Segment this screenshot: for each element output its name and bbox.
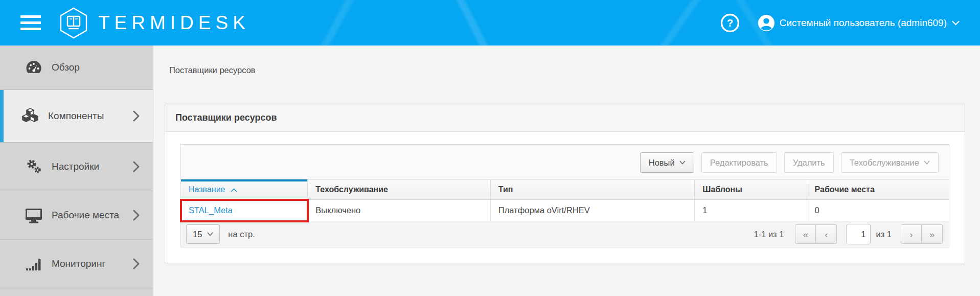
page-of-label: из 1 xyxy=(876,230,892,239)
chevron-down-icon xyxy=(952,20,960,26)
svg-text:?: ? xyxy=(727,17,733,29)
main-content: Поставщики ресурсов Поставщики ресурсов … xyxy=(153,45,980,296)
prev-page-button[interactable]: ‹ xyxy=(816,224,837,244)
column-header-maintenance[interactable]: Техобслуживание xyxy=(308,179,490,200)
cell-name-annotated: STAL_Meta xyxy=(181,200,308,221)
card-body: Новый Редактировать Удалить Техобслужива… xyxy=(165,132,965,263)
gears-icon xyxy=(23,158,44,175)
user-avatar-icon xyxy=(757,14,776,32)
pager-controls: 1-1 из 1 « ‹ из 1 › » xyxy=(754,224,943,244)
logo-hexagon-icon xyxy=(57,7,90,39)
pager-group-forward: › » xyxy=(901,224,943,244)
cell-workplaces: 0 xyxy=(807,200,949,221)
pager-group-back: « ‹ xyxy=(795,224,837,244)
per-page-label: на стр. xyxy=(228,230,255,239)
tachometer-icon xyxy=(23,60,44,75)
signal-bars-icon xyxy=(23,257,44,271)
cell-templates: 1 xyxy=(695,200,807,221)
column-header-name[interactable]: Название xyxy=(181,179,308,200)
page-size-value: 15 xyxy=(193,230,202,239)
edit-button[interactable]: Редактировать xyxy=(701,152,777,173)
brand-logo: TERMIDESK xyxy=(57,7,250,39)
card-header: Поставщики ресурсов xyxy=(165,104,965,132)
chevron-right-icon xyxy=(133,210,140,221)
top-bar: TERMIDESK ? Системный пользователь (admi… xyxy=(0,0,980,45)
sidebar-item-label: Настройки xyxy=(52,161,99,172)
sidebar-item-overview[interactable]: Обзор xyxy=(0,45,153,89)
desktop-icon xyxy=(23,208,44,223)
providers-table: Название Техобслуживание Тип Шаблоны Раб… xyxy=(181,179,949,221)
sidebar-item-label: Мониторинг xyxy=(52,258,105,269)
help-button[interactable]: ? xyxy=(720,13,740,33)
providers-panel: Новый Редактировать Удалить Техобслужива… xyxy=(180,144,949,247)
user-menu-button[interactable]: Системный пользователь (admin609) xyxy=(757,14,960,32)
column-header-label: Название xyxy=(189,185,225,194)
new-button[interactable]: Новый xyxy=(640,152,694,173)
sidebar-item-components[interactable]: Компоненты xyxy=(0,89,153,142)
column-header-templates[interactable]: Шаблоны xyxy=(695,179,807,200)
double-chevron-left-icon: « xyxy=(803,230,809,239)
sidebar: Обзор xyxy=(0,45,153,296)
cubes-icon xyxy=(19,108,41,124)
delete-button[interactable]: Удалить xyxy=(784,152,834,173)
hamburger-menu-button[interactable] xyxy=(20,13,44,33)
body-row: Обзор xyxy=(0,45,980,296)
maintenance-button-label: Техобслуживание xyxy=(850,158,919,168)
table-header-row: Название Техобслуживание Тип Шаблоны Раб… xyxy=(181,179,949,200)
caret-down-icon xyxy=(207,232,213,236)
last-page-button[interactable]: » xyxy=(922,224,943,244)
edit-button-label: Редактировать xyxy=(710,158,768,168)
sidebar-item-label: Рабочие места xyxy=(52,210,119,221)
column-header-label: Шаблоны xyxy=(702,185,742,194)
next-page-button[interactable]: › xyxy=(901,224,922,244)
caret-down-icon xyxy=(679,161,686,165)
sidebar-item-workplaces[interactable]: Рабочие места xyxy=(0,191,153,239)
table-row[interactable]: STAL_Meta Выключено Платформа oVirt/RHEV… xyxy=(181,200,949,221)
sidebar-item-monitoring[interactable]: Мониторинг xyxy=(0,239,153,288)
chevron-right-icon xyxy=(133,110,140,122)
cell-type: Платформа oVirt/RHEV xyxy=(490,200,695,221)
column-header-label: Техобслуживание xyxy=(315,185,388,194)
card-title: Поставщики ресурсов xyxy=(175,112,277,123)
caret-down-icon xyxy=(924,161,930,165)
breadcrumb: Поставщики ресурсов xyxy=(169,64,965,76)
maintenance-button[interactable]: Техобслуживание xyxy=(841,152,939,173)
cell-maintenance: Выключено xyxy=(308,200,490,221)
question-circle-icon: ? xyxy=(720,13,740,33)
column-header-workplaces[interactable]: Рабочие места xyxy=(807,179,949,200)
provider-link[interactable]: STAL_Meta xyxy=(189,206,233,215)
column-header-label: Тип xyxy=(498,185,513,194)
user-name-label: Системный пользователь (admin609) xyxy=(780,17,947,29)
sort-asc-icon xyxy=(231,188,237,192)
brand-name: TERMIDESK xyxy=(98,13,250,32)
page-size-select[interactable]: 15 xyxy=(186,224,220,244)
first-page-button[interactable]: « xyxy=(795,224,816,244)
app-root: TERMIDESK ? Системный пользователь (admi… xyxy=(0,0,980,296)
new-button-label: Новый xyxy=(649,158,675,168)
sidebar-item-label: Компоненты xyxy=(48,110,104,122)
pagination-bar: 15 на стр. 1-1 из 1 « ‹ xyxy=(181,221,949,247)
chevron-right-icon xyxy=(133,161,140,172)
delete-button-label: Удалить xyxy=(793,158,825,168)
double-chevron-right-icon: » xyxy=(929,230,935,239)
chevron-left-icon: ‹ xyxy=(825,230,828,239)
sidebar-item-settings[interactable]: Настройки xyxy=(0,142,153,191)
chevron-right-icon: › xyxy=(909,230,913,239)
range-label: 1-1 из 1 xyxy=(754,230,784,239)
providers-card: Поставщики ресурсов Новый Редактировать xyxy=(165,104,965,263)
sidebar-item-label: Обзор xyxy=(52,62,80,73)
page-number-input[interactable] xyxy=(846,224,871,244)
toolbar: Новый Редактировать Удалить Техобслужива… xyxy=(181,145,949,179)
column-header-type[interactable]: Тип xyxy=(490,179,695,200)
chevron-right-icon xyxy=(133,258,140,269)
topbar-right: ? Системный пользователь (admin609) xyxy=(720,13,960,33)
sidebar-filler xyxy=(0,288,153,296)
column-header-label: Рабочие места xyxy=(815,185,875,194)
